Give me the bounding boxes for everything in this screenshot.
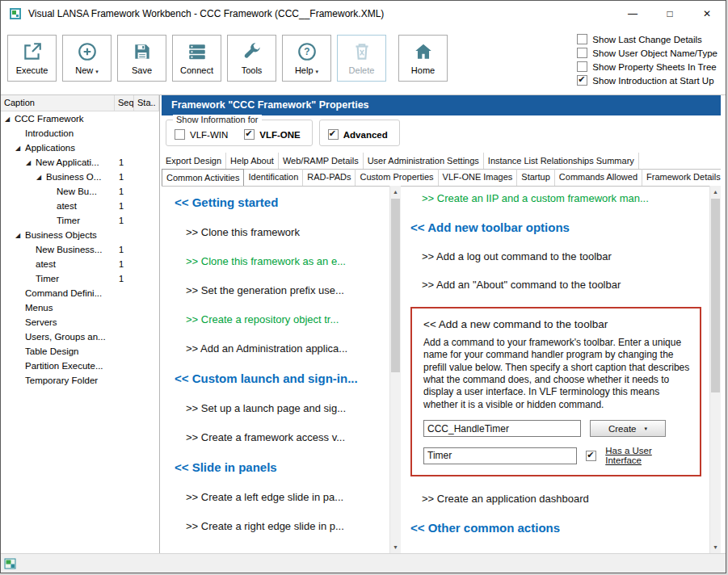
tree-item-timer[interactable]: Timer1 [1,213,159,228]
tree-item-atest[interactable]: atest1 [1,257,159,271]
toolbar-option-label-show-user-object-name-type[interactable]: Show User Object Name/Type [592,48,717,58]
column-header-caption[interactable]: Caption [1,95,115,111]
tree-item-new-business[interactable]: New Business...1 [1,242,159,257]
checkbox-vlf-win[interactable] [175,129,185,140]
tab-help-about[interactable]: Help About [226,153,279,169]
checkbox-show-introduction-at-start-up[interactable] [577,75,587,86]
tab-web-ramp-details[interactable]: Web/RAMP Details [279,153,364,169]
expanded-icon[interactable]: ◢ [15,232,25,239]
show-info-option-label-advanced[interactable]: Advanced [343,130,388,140]
add-command-title[interactable]: << Add a new command to the toolbar [423,318,688,330]
tree-item-ccc-framework[interactable]: ◢CCC Framework [1,111,159,126]
action-link[interactable]: >> Clone this framework as an e... [175,255,386,267]
right-scrollbar[interactable]: ▲ ▼ [709,186,721,553]
command-handler-name-input[interactable] [423,420,581,437]
column-header-seq[interactable]: Seq [115,95,134,111]
show-info-option-label-vlf-win[interactable]: VLF-WIN [190,130,228,140]
expanded-icon[interactable]: ◢ [36,174,46,181]
section-heading[interactable]: << Other common actions [410,521,705,535]
toolbar-option-label-show-last-change-details[interactable]: Show Last Change Details [592,35,702,44]
checkbox-show-last-change-details[interactable] [577,34,587,44]
tree-item-menus[interactable]: Menus [1,300,159,315]
action-link[interactable]: >> Set the generation prefix use... [175,284,386,296]
expanded-icon[interactable]: ◢ [25,159,36,166]
tree-item-new-bu[interactable]: New Bu...1 [1,184,159,199]
action-link[interactable]: >> Create an IIP and a custom framework … [410,192,705,204]
tree-item-users-groups-an[interactable]: Users, Groups an... [1,329,159,344]
tree-item-partition-execute[interactable]: Partition Execute... [1,359,159,373]
maximize-button[interactable]: □ [651,1,688,27]
action-link[interactable]: >> Set up a launch page and sig... [175,402,386,414]
tab-custom-properties[interactable]: Custom Properties [356,169,438,186]
tree-item-new-applicati[interactable]: ◢New Applicati...1 [1,155,159,170]
scroll-up-button[interactable]: ▲ [390,186,401,198]
checkbox-show-property-sheets-in-tree[interactable] [577,61,587,72]
execute-button[interactable]: Execute [7,35,57,82]
tools-button[interactable]: Tools [227,35,276,82]
tab-framework-details[interactable]: Framework Details [642,169,721,186]
action-link[interactable]: >> Create an application dashboard [410,493,705,505]
command-caption-input[interactable] [423,447,577,464]
close-button[interactable]: ✕ [688,1,726,27]
toolbar-option-show-property-sheets-in-tree: Show Property Sheets In Tree [577,61,717,72]
tree-item-temporary-folder[interactable]: Temporary Folder [1,373,159,388]
tree-item-command-defini[interactable]: Command Defini... [1,286,159,300]
tab-commands-allowed[interactable]: Commands Allowed [555,169,642,186]
checkbox-advanced[interactable] [328,129,339,140]
tab-user-administration-settings[interactable]: User Administration Settings [364,153,484,169]
section-heading[interactable]: << Add new toolbar options [410,220,705,234]
has-user-interface-label[interactable]: Has a User Interface [605,446,688,465]
show-info-option-label-vlf-one[interactable]: VLF-ONE [259,130,300,140]
checkbox-show-user-object-name-type[interactable] [577,48,587,58]
minimize-button[interactable]: — [614,1,651,27]
tree-item-servers[interactable]: Servers [1,315,159,329]
tree-item-atest[interactable]: atest1 [1,199,159,213]
save-button[interactable]: Save [117,35,166,82]
action-link[interactable]: >> Add an Administration applica... [175,342,386,355]
scroll-down-button[interactable]: ▼ [710,541,721,553]
section-heading[interactable]: << Custom launch and sign-in... [175,371,386,385]
expanded-icon[interactable]: ◢ [4,115,15,123]
action-link[interactable]: >> Create a left edge slide in pa... [175,491,386,503]
scrollbar-thumb[interactable] [391,199,400,372]
column-header-sta[interactable]: Sta.. [134,95,159,111]
section-heading[interactable]: << Getting started [175,195,386,209]
tab-identification[interactable]: Identification [244,169,303,186]
tab-export-design[interactable]: Export Design [162,153,226,169]
home-button[interactable]: Home [398,35,448,82]
action-link[interactable]: >> Create a framework access v... [175,431,386,443]
tree-item-introduction[interactable]: Introduction [1,126,159,141]
connect-button[interactable]: Connect [172,35,221,82]
tree-item-applications[interactable]: ◢Applications [1,141,159,155]
tree-item-label: Timer [36,274,59,283]
toolbar-option-label-show-introduction-at-start-up[interactable]: Show Introduction at Start Up [592,76,713,86]
action-link[interactable]: >> Create a right edge slide in p... [175,520,386,532]
action-link[interactable]: >> Add a log out command to the toolbar [410,250,705,262]
left-scrollbar[interactable]: ▲ ▼ [389,186,401,553]
tab-instance-list-relationships-summary[interactable]: Instance List Relationships Summary [484,153,639,169]
tab-rad-pads[interactable]: RAD-PADs [303,169,356,186]
show-information-label: Show Information for [173,115,262,124]
help-button[interactable]: ?Help ▾ [282,35,331,82]
section-heading[interactable]: << Slide in panels [175,460,386,474]
action-link[interactable]: >> Add an "About" command to the toolbar [410,279,705,291]
toolbar-option-label-show-property-sheets-in-tree[interactable]: Show Property Sheets In Tree [592,62,716,72]
tree-item-timer[interactable]: Timer1 [1,271,159,286]
action-link[interactable]: >> Create a repository object tr... [175,313,386,325]
new-button[interactable]: New ▾ [62,35,112,82]
tree-item-business-o[interactable]: ◢Business O...1 [1,170,159,184]
tree-item-business-objects[interactable]: ◢Business Objects [1,228,159,242]
tree-item-table-design[interactable]: Table Design [1,344,159,359]
tab-startup[interactable]: Startup [517,169,554,186]
expanded-icon[interactable]: ◢ [15,145,25,152]
has-user-interface-checkbox[interactable] [586,451,596,461]
tab-common-activities[interactable]: Common Activities [162,169,244,187]
scrollbar-thumb[interactable] [711,199,720,392]
create-button[interactable]: Create ▾ [590,420,666,437]
tab-vlf-one-images[interactable]: VLF-ONE Images [439,169,518,186]
checkbox-vlf-one[interactable] [244,129,255,140]
action-link[interactable]: >> Clone this framework [175,226,386,238]
scroll-down-button[interactable]: ▼ [390,541,401,553]
command-name-row: Create ▾ [423,420,688,437]
scroll-up-button[interactable]: ▲ [710,186,721,198]
